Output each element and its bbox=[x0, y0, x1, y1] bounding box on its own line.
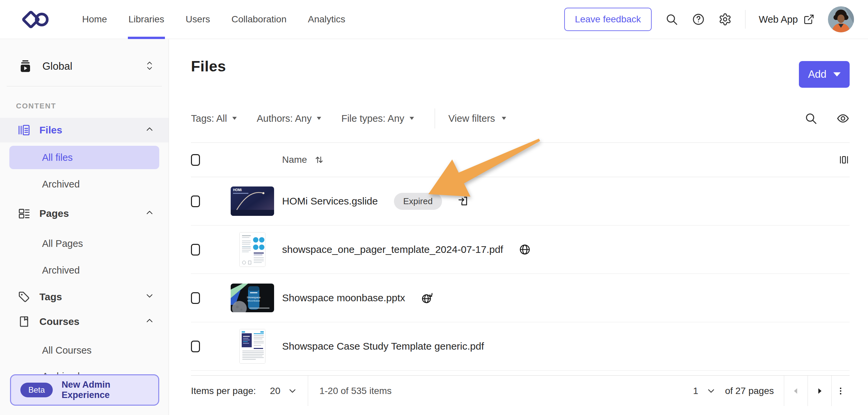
caret-down-icon bbox=[316, 116, 322, 120]
sidebar-item-label: Archived bbox=[42, 179, 80, 190]
caret-down-icon bbox=[833, 72, 841, 77]
column-settings-icon[interactable] bbox=[838, 154, 850, 166]
filter-file-types-label: File types: Any bbox=[341, 113, 404, 124]
chevron-down-icon bbox=[707, 388, 715, 394]
add-button[interactable]: Add bbox=[799, 61, 850, 88]
page-number-select[interactable]: 1 bbox=[693, 386, 715, 396]
visibility-eye-icon[interactable] bbox=[836, 112, 850, 125]
sidebar-group-pages[interactable]: Pages bbox=[0, 201, 168, 226]
leave-feedback-button[interactable]: Leave feedback bbox=[564, 8, 652, 31]
sort-icon[interactable] bbox=[314, 154, 324, 165]
nav-item-collaboration[interactable]: Collaboration bbox=[221, 0, 297, 39]
library-icon bbox=[18, 59, 32, 73]
name-column-header: Name bbox=[282, 154, 307, 165]
items-per-page-label: Items per page: bbox=[191, 386, 256, 396]
items-per-page-select[interactable]: 20 bbox=[270, 386, 297, 396]
pagination-overflow-button[interactable] bbox=[832, 376, 850, 406]
app-window: Home Libraries Users Collaboration Analy… bbox=[0, 0, 868, 415]
nav-item-analytics[interactable]: Analytics bbox=[297, 0, 356, 39]
caret-down-icon bbox=[409, 116, 415, 120]
user-avatar[interactable] bbox=[828, 6, 854, 32]
filter-divider bbox=[435, 108, 435, 129]
sidebar-item-all-pages[interactable]: All Pages bbox=[9, 232, 159, 255]
svg-text:HOMi: HOMi bbox=[233, 188, 242, 192]
row-checkbox[interactable] bbox=[191, 196, 200, 207]
brand-infinity-logo[interactable] bbox=[21, 6, 54, 33]
beta-banner-label: New Admin Experience bbox=[61, 380, 149, 400]
sidebar-item-files-archived[interactable]: Archived bbox=[9, 172, 159, 196]
filter-file-types[interactable]: File types: Any bbox=[341, 113, 415, 124]
sidebar-item-pages-archived[interactable]: Archived bbox=[9, 258, 159, 282]
table-search-icon[interactable] bbox=[804, 112, 817, 125]
select-all-checkbox[interactable] bbox=[191, 154, 200, 166]
row-checkbox[interactable] bbox=[191, 341, 200, 352]
table-footer: Items per page: 20 1-20 of 535 items 1 o… bbox=[191, 375, 850, 406]
top-navigation-bar: Home Libraries Users Collaboration Analy… bbox=[0, 0, 868, 39]
topbar-divider bbox=[745, 10, 745, 29]
file-name[interactable]: Showspace Case Study Template generic.pd… bbox=[282, 341, 484, 352]
new-admin-experience-banner[interactable]: Beta New Admin Experience bbox=[10, 374, 159, 406]
filter-authors[interactable]: Authors: Any bbox=[257, 113, 322, 124]
table-row[interactable]: Showspace Case Study Template generic.pd… bbox=[191, 322, 850, 371]
globe-icon bbox=[519, 243, 531, 256]
file-thumbnail-rocket-slide: HOMi bbox=[231, 186, 274, 216]
workspace-selector[interactable]: Global bbox=[0, 39, 168, 80]
search-button[interactable] bbox=[665, 13, 678, 26]
nav-item-users[interactable]: Users bbox=[175, 0, 221, 39]
view-filters-label: View filters bbox=[448, 113, 495, 124]
workspace-unfold-icon bbox=[145, 60, 155, 73]
total-pages-text: of 27 pages bbox=[725, 386, 774, 396]
sidebar-item-label: All Pages bbox=[42, 238, 83, 249]
nav-item-home[interactable]: Home bbox=[71, 0, 118, 39]
search-icon bbox=[665, 13, 678, 26]
sidebar: Global CONTENT Files All files bbox=[0, 39, 169, 415]
topbar-actions: Leave feedback W bbox=[564, 6, 854, 32]
expired-status-badge: Expired bbox=[394, 193, 442, 210]
file-thumbnail-case-study bbox=[239, 329, 266, 364]
table-row[interactable]: showspace_one_pager_template_2024-07-17.… bbox=[191, 226, 850, 274]
file-name[interactable]: showspace_one_pager_template_2024-07-17.… bbox=[282, 244, 503, 255]
sidebar-group-label: Courses bbox=[39, 316, 80, 327]
filter-bar: Tags: All Authors: Any File types: Any V… bbox=[191, 108, 850, 129]
sidebar-item-all-files[interactable]: All files bbox=[9, 146, 159, 169]
beta-badge: Beta bbox=[20, 383, 53, 397]
external-link-icon bbox=[803, 14, 814, 25]
nav-item-libraries[interactable]: Libraries bbox=[118, 0, 175, 39]
previous-page-button[interactable] bbox=[784, 376, 808, 406]
chevron-up-icon bbox=[145, 207, 155, 220]
sidebar-group-tags[interactable]: Tags bbox=[0, 284, 168, 309]
sidebar-group-label: Pages bbox=[39, 208, 69, 219]
table-row[interactable]: HOMi HOMi Services.gslide Expired bbox=[191, 177, 850, 226]
file-thumbnail-moonbase: Showspace Moonbase bbox=[231, 283, 274, 312]
pager: 1 of 27 pages bbox=[693, 376, 850, 406]
files-table: Name bbox=[191, 142, 850, 371]
help-button[interactable] bbox=[692, 13, 705, 26]
primary-nav: Home Libraries Users Collaboration Analy… bbox=[71, 0, 356, 39]
sidebar-group-courses[interactable]: Courses bbox=[0, 309, 168, 334]
settings-button[interactable] bbox=[718, 13, 732, 26]
main-content: Files Add Tags: All Authors: Any File ty… bbox=[169, 39, 868, 415]
settings-gear-icon bbox=[718, 13, 732, 26]
sidebar-item-all-courses[interactable]: All Courses bbox=[9, 339, 159, 362]
file-name[interactable]: HOMi Services.gslide bbox=[282, 196, 378, 207]
chevron-down-icon bbox=[145, 291, 155, 303]
add-button-label: Add bbox=[808, 68, 826, 80]
next-page-button[interactable] bbox=[808, 376, 831, 406]
row-checkbox[interactable] bbox=[191, 292, 200, 304]
file-name[interactable]: Showspace moonbase.pptx bbox=[282, 292, 405, 304]
sidebar-divider bbox=[7, 86, 162, 87]
files-icon bbox=[18, 124, 31, 137]
web-app-link[interactable]: Web App bbox=[759, 14, 814, 25]
tag-icon bbox=[18, 290, 31, 304]
sidebar-group-label: Files bbox=[39, 125, 62, 136]
filter-tags-label: Tags: All bbox=[191, 113, 227, 124]
chevron-up-icon bbox=[145, 124, 155, 136]
previous-page-icon bbox=[791, 386, 801, 396]
sidebar-group-files[interactable]: Files bbox=[0, 118, 168, 142]
row-checkbox[interactable] bbox=[191, 244, 200, 255]
table-row[interactable]: Showspace Moonbase Showspace moonbase.pp… bbox=[191, 274, 850, 322]
kebab-menu-icon bbox=[836, 386, 846, 396]
view-filters-dropdown[interactable]: View filters bbox=[448, 113, 507, 124]
sidebar-item-label: All files bbox=[42, 152, 73, 163]
filter-tags[interactable]: Tags: All bbox=[191, 113, 237, 124]
